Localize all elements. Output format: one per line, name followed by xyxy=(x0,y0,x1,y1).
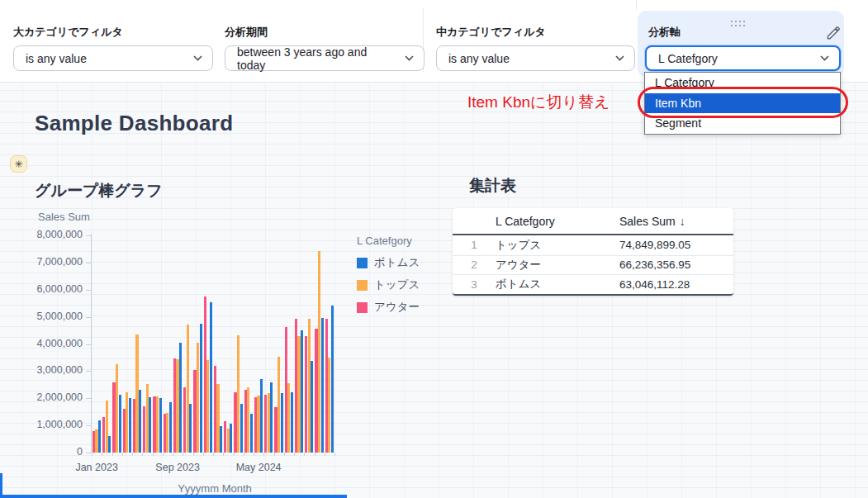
table-row[interactable]: 2アウター66,236,356.95 xyxy=(453,255,733,275)
row-value: 63,046,112.28 xyxy=(619,278,733,291)
x-tick-mark xyxy=(284,453,285,456)
page-title: Sample Dashboard xyxy=(35,111,233,136)
filter-separator xyxy=(636,0,637,10)
category-column-header[interactable]: L Catefgory xyxy=(496,215,619,228)
drag-handle-icon[interactable] xyxy=(730,20,746,27)
select-value: L Catefgory xyxy=(658,52,718,65)
bar[interactable] xyxy=(149,397,151,453)
y-tick-mark xyxy=(86,317,91,318)
y-tick-mark xyxy=(86,290,91,291)
x-tick-label: May 2024 xyxy=(224,462,293,473)
bar[interactable] xyxy=(189,404,192,453)
x-tick-mark xyxy=(173,453,173,456)
large-category-filter-select[interactable]: is any value xyxy=(13,45,213,71)
y-tick-mark xyxy=(86,453,91,453)
bar[interactable] xyxy=(159,398,162,453)
filter-bar: 大カテゴリでフィルタ 分析期間 中カテゴリでフィルタ 分析軸 is any va… xyxy=(0,0,868,83)
bar[interactable] xyxy=(108,436,111,453)
bar[interactable] xyxy=(260,379,263,453)
legend-label: ボトムス xyxy=(374,255,420,270)
y-tick-label: 6,000,000 xyxy=(7,283,83,295)
menu-item-l-catefgory[interactable]: L Catefgory xyxy=(645,73,840,93)
asterisk-badge-icon[interactable]: ✳ xyxy=(10,155,27,173)
bar[interactable] xyxy=(311,361,313,453)
select-value: is any value xyxy=(448,52,510,65)
menu-item-item-kbn[interactable]: Item Kbn xyxy=(645,93,840,114)
row-value: 66,236,356.95 xyxy=(619,258,733,271)
x-tick-mark xyxy=(163,453,164,456)
select-value: is any value xyxy=(26,52,87,65)
x-tick-mark xyxy=(223,453,224,456)
legend-item[interactable]: アウター xyxy=(357,300,420,315)
bar[interactable] xyxy=(270,382,273,453)
bar[interactable] xyxy=(321,318,324,453)
row-category: アウター xyxy=(496,258,619,273)
bar[interactable] xyxy=(98,420,101,453)
y-tick-label: 3,000,000 xyxy=(7,364,83,376)
chevron-down-icon xyxy=(820,55,829,61)
x-tick-mark xyxy=(213,453,214,456)
dashboard-screen: 大カテゴリでフィルタ 分析期間 中カテゴリでフィルタ 分析軸 is any va… xyxy=(0,0,868,498)
edit-pencil-icon[interactable] xyxy=(825,25,842,41)
mid-category-filter-select[interactable]: is any value xyxy=(436,45,635,71)
x-tick-mark xyxy=(234,453,235,456)
table-row[interactable]: 1トップス74,849,899.05 xyxy=(453,235,733,255)
y-tick-mark xyxy=(86,398,91,399)
bar[interactable] xyxy=(200,324,202,453)
x-axis-title: Yyyymm Month xyxy=(145,482,285,495)
chevron-down-icon xyxy=(615,55,624,61)
row-category: トップス xyxy=(496,238,619,253)
x-tick-mark xyxy=(122,453,123,456)
legend-title: L Catefgory xyxy=(357,235,420,247)
bar[interactable] xyxy=(281,393,283,453)
y-axis-title: Sales Sum xyxy=(38,211,90,223)
bar[interactable] xyxy=(129,398,131,453)
bar[interactable] xyxy=(210,302,212,453)
bar[interactable] xyxy=(230,424,232,453)
x-tick-mark xyxy=(294,453,295,456)
bar[interactable] xyxy=(331,306,334,453)
legend-item[interactable]: トップス xyxy=(357,277,420,292)
chevron-down-icon xyxy=(405,55,414,61)
x-tick-label: Sep 2023 xyxy=(143,462,212,473)
table-title: 集計表 xyxy=(469,175,516,197)
x-tick-mark xyxy=(203,453,204,456)
x-tick-mark xyxy=(263,453,264,456)
bar[interactable] xyxy=(139,390,141,453)
chart-plot xyxy=(92,235,336,453)
x-tick-mark xyxy=(304,453,305,456)
bar[interactable] xyxy=(220,426,222,453)
chevron-down-icon xyxy=(193,55,202,61)
y-tick-mark xyxy=(86,344,91,345)
x-tick-mark xyxy=(193,453,194,456)
x-tick-mark xyxy=(315,453,315,456)
row-rank: 3 xyxy=(453,278,496,291)
legend-items: ボトムストップスアウター xyxy=(357,255,420,315)
chart-title: グループ棒グラフ xyxy=(35,180,163,202)
legend-swatch-icon xyxy=(357,302,368,313)
table-body: 1トップス74,849,899.052アウター66,236,356.953ボトム… xyxy=(453,235,733,294)
analysis-axis-select[interactable]: L Catefgory xyxy=(645,45,841,71)
bar[interactable] xyxy=(250,414,253,453)
bar[interactable] xyxy=(179,343,182,453)
menu-item-segment[interactable]: Segment xyxy=(645,113,840,134)
legend-item[interactable]: ボトムス xyxy=(357,255,420,270)
select-value: between 3 years ago and today xyxy=(237,45,398,72)
period-filter-select[interactable]: between 3 years ago and today xyxy=(225,45,425,71)
x-tick-mark xyxy=(92,453,92,456)
bar[interactable] xyxy=(169,402,172,453)
bar[interactable] xyxy=(291,392,293,453)
table-row[interactable]: 3ボトムス63,046,112.28 xyxy=(453,274,733,294)
chart-legend: L Catefgory ボトムストップスアウター xyxy=(357,235,420,322)
legend-label: トップス xyxy=(374,277,420,292)
value-column-header[interactable]: Sales Sum↓ xyxy=(619,215,733,228)
bar[interactable] xyxy=(301,330,303,453)
y-tick-label: 2,000,000 xyxy=(7,391,83,403)
bar[interactable] xyxy=(119,395,121,453)
row-value: 74,849,899.05 xyxy=(619,239,733,251)
x-tick-mark xyxy=(183,453,183,456)
x-tick-mark xyxy=(334,453,335,456)
bar[interactable] xyxy=(240,404,243,453)
x-tick-mark xyxy=(112,453,113,456)
y-tick-mark xyxy=(86,263,91,263)
